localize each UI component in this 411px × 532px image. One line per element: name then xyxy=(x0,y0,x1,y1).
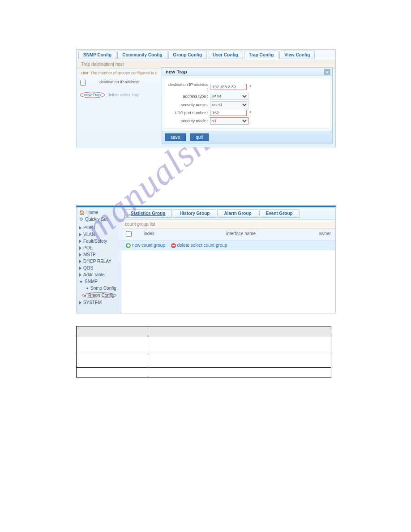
th-left xyxy=(77,326,148,336)
action-bar: new count group delete select count grou… xyxy=(121,240,335,250)
tab-event-group[interactable]: Event Group xyxy=(259,209,300,218)
tab-user-config[interactable]: User Config xyxy=(208,51,243,59)
tab-alarm-group[interactable]: Alarm Group xyxy=(217,209,258,218)
parameter-table xyxy=(76,326,331,378)
sidebar-addr-table[interactable]: Addr Table xyxy=(77,271,121,278)
sidebar-snmp-config[interactable]: Snmp Config xyxy=(79,285,121,292)
sidebar-dhcp-relay[interactable]: DHCP RELAY xyxy=(77,258,121,265)
sidebar-home[interactable]: 🏠Home xyxy=(77,209,121,216)
cell xyxy=(77,336,148,354)
tab-snmp-config[interactable]: SNMP Config xyxy=(78,51,116,59)
sidebar-mstp[interactable]: MSTP xyxy=(77,251,121,258)
security-name-select[interactable]: user1 xyxy=(210,101,248,108)
address-type-select[interactable]: IP v4 xyxy=(210,93,248,100)
col-interface-name: interface name xyxy=(226,231,308,238)
label-security-mode: security mode : xyxy=(167,119,210,123)
cell xyxy=(148,336,331,354)
list-header: count group list xyxy=(121,220,335,229)
cell xyxy=(148,367,331,377)
label-address-type: address type : xyxy=(167,94,210,99)
sidebar-vlan[interactable]: VLAN xyxy=(77,231,121,238)
cell xyxy=(77,354,148,367)
required-mark: * xyxy=(249,85,251,90)
new-trap-link[interactable]: new Trap xyxy=(80,92,105,98)
sidebar-poe[interactable]: POE xyxy=(77,245,121,251)
close-icon[interactable]: × xyxy=(324,69,330,75)
tab-trap-config[interactable]: Trap Config xyxy=(244,51,279,59)
column-header-row: index interface name owner xyxy=(121,229,335,240)
quit-button[interactable]: quit xyxy=(190,133,209,141)
new-count-group-link[interactable]: new count group xyxy=(132,243,165,248)
delete-select-trap-link[interactable]: delete select Trap xyxy=(108,93,140,97)
trap-config-screenshot: SNMP Config Community Config Group Confi… xyxy=(76,49,336,147)
save-button[interactable]: save xyxy=(165,133,186,141)
modal-title: new Trap xyxy=(166,69,187,74)
tab-community-config[interactable]: Community Config xyxy=(117,51,167,59)
label-security-name: security name : xyxy=(167,103,210,107)
sidebar-snmp[interactable]: SNMP xyxy=(77,278,121,285)
tab-bar: SNMP Config Community Config Group Confi… xyxy=(77,50,335,60)
th-right xyxy=(148,326,331,336)
select-all-checkbox[interactable] xyxy=(126,231,132,237)
security-mode-select[interactable]: v1 xyxy=(210,117,248,124)
label-destination-ip: destination IP address : xyxy=(167,82,210,91)
tab-history-group[interactable]: History Group xyxy=(173,209,216,218)
select-all-checkbox[interactable] xyxy=(80,80,86,86)
label-udp-port: UDP port number : xyxy=(167,111,210,115)
tab-statistics-group[interactable]: Statistics Group xyxy=(124,209,172,218)
add-icon xyxy=(126,243,131,248)
sidebar-system[interactable]: SYSTEM xyxy=(77,299,121,306)
modal-title-bar: new Trap × xyxy=(162,68,332,76)
sidebar-quickly-set[interactable]: ⚙Quickly Set xyxy=(77,216,121,223)
cell xyxy=(77,367,148,377)
modal-footer: save quit xyxy=(162,131,332,144)
sidebar-port[interactable]: PORT xyxy=(77,224,121,231)
main-content: Statistics Group History Group Alarm Gro… xyxy=(121,207,335,313)
empty-list-area xyxy=(121,250,335,313)
destination-ip-field[interactable] xyxy=(210,84,247,90)
col-index: index xyxy=(144,231,226,238)
cell xyxy=(148,354,331,367)
rmon-config-screenshot: 🏠Home ⚙Quickly Set PORT VLAN Fault/Safet… xyxy=(76,206,336,313)
delete-icon xyxy=(171,243,176,248)
delete-select-count-group-link[interactable]: delete select count group xyxy=(177,243,227,248)
tab-group-config[interactable]: Group Config xyxy=(168,51,207,59)
rmon-tab-bar: Statistics Group History Group Alarm Gro… xyxy=(121,207,335,220)
udp-port-field[interactable] xyxy=(210,110,247,116)
sidebar: 🏠Home ⚙Quickly Set PORT VLAN Fault/Safet… xyxy=(77,207,121,313)
col-owner: owner xyxy=(308,231,331,238)
sidebar-rmon-config[interactable]: Rmon Config xyxy=(79,292,121,299)
col-destination-ip: destination IP address xyxy=(99,80,139,86)
page: SNMP Config Community Config Group Confi… xyxy=(0,0,411,467)
trap-host-list: destination IP address new Trap delete s… xyxy=(77,77,162,147)
required-mark: * xyxy=(249,111,251,116)
new-trap-modal: new Trap × destination IP address : * ad… xyxy=(162,67,333,144)
sidebar-qos[interactable]: QOS xyxy=(77,265,121,271)
tab-view-config[interactable]: View Config xyxy=(279,51,315,59)
sidebar-fault-safety[interactable]: Fault/Safety xyxy=(77,238,121,245)
